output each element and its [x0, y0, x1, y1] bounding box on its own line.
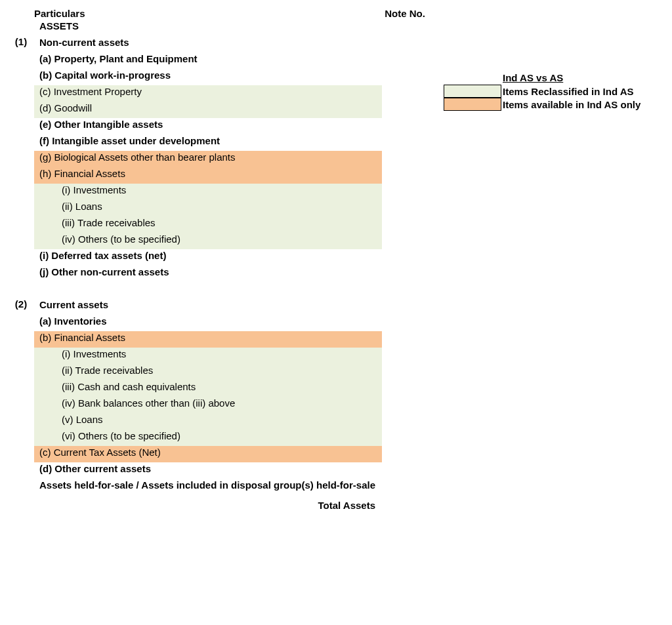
note-cell [382, 52, 428, 69]
table-row: (i) Investments [34, 348, 382, 364]
note-cell [382, 20, 428, 36]
note-cell [382, 315, 428, 331]
note-cell [382, 364, 428, 380]
table-row: (iii) Cash and cash equivalents [34, 380, 382, 397]
note-cell [382, 216, 428, 233]
row-index [8, 102, 34, 118]
row-index [8, 167, 34, 184]
table-row: (v) Loans [34, 413, 382, 430]
table-row: (f) Intangible asset under development [34, 134, 382, 151]
row-index [8, 413, 34, 430]
row-index [8, 249, 34, 266]
row-index: (2) [8, 298, 34, 315]
table-row: (d) Other current assets [34, 462, 382, 479]
assets-table: ParticularsNote No.ASSETS(1)Non-current … [8, 8, 428, 516]
legend: Ind AS vs AS Items Reclassified in Ind A… [444, 72, 640, 111]
table-row: Assets held-for-sale / Assets included i… [34, 479, 382, 495]
row-index [8, 85, 34, 102]
table-row: (iv) Others (to be specified) [34, 233, 382, 249]
header-particulars: Particulars [34, 8, 382, 20]
row-index [8, 462, 34, 479]
note-cell [382, 118, 428, 134]
row-index [8, 200, 34, 216]
legend-swatch [444, 85, 501, 98]
note-cell [382, 380, 428, 397]
note-cell [382, 36, 428, 52]
table-row: ASSETS [34, 20, 382, 36]
note-cell [382, 200, 428, 216]
table-row: (d) Goodwill [34, 102, 382, 118]
legend-label: Items available in Ind AS only [503, 99, 640, 110]
note-cell [382, 184, 428, 200]
row-index [8, 479, 34, 495]
row-index: (1) [8, 36, 34, 52]
table-row: (h) Financial Assets [34, 167, 382, 184]
row-index [8, 134, 34, 151]
table-row: (iii) Trade receivables [34, 216, 382, 233]
legend-swatch [444, 98, 501, 111]
note-cell [382, 331, 428, 348]
legend-label: Items Reclassified in Ind AS [503, 86, 634, 97]
row-index [8, 233, 34, 249]
table-row: Current assets [34, 298, 382, 315]
table-row: (e) Other Intangible assets [34, 118, 382, 134]
table-row: (b) Financial Assets [34, 331, 382, 348]
table-row: (a) Property, Plant and Equipment [34, 52, 382, 69]
table-row: (b) Capital work-in-progress [34, 69, 382, 85]
note-cell [382, 167, 428, 184]
row-index [8, 118, 34, 134]
row-index [8, 184, 34, 200]
legend-row: Items available in Ind AS only [444, 98, 640, 111]
note-cell [382, 69, 428, 85]
header-note: Note No. [382, 8, 428, 20]
note-cell [382, 430, 428, 446]
row-index [8, 430, 34, 446]
row-index [8, 331, 34, 348]
row-index [8, 348, 34, 364]
row-index [8, 216, 34, 233]
table-row: (i) Deferred tax assets (net) [34, 249, 382, 266]
legend-row: Items Reclassified in Ind AS [444, 85, 640, 98]
row-index [8, 364, 34, 380]
row-index [8, 380, 34, 397]
table-row: (ii) Trade receivables [34, 364, 382, 380]
note-cell [382, 462, 428, 479]
table-row: (j) Other non-current assets [34, 266, 382, 282]
note-cell [382, 397, 428, 413]
table-row: (a) Inventories [34, 315, 382, 331]
table-row: (c) Investment Property [34, 85, 382, 102]
note-cell [382, 249, 428, 266]
table-row: (vi) Others (to be specified) [34, 430, 382, 446]
note-cell [382, 102, 428, 118]
row-index [8, 151, 34, 167]
table-row: (iv) Bank balances other than (iii) abov… [34, 397, 382, 413]
table-row: (g) Biological Assets other than bearer … [34, 151, 382, 167]
row-index [8, 266, 34, 282]
note-cell [382, 151, 428, 167]
row-index [8, 315, 34, 331]
note-cell [382, 479, 428, 495]
row-index [8, 446, 34, 462]
note-cell [382, 446, 428, 462]
row-index [8, 69, 34, 85]
table-row: (i) Investments [34, 184, 382, 200]
table-row: Non-current assets [34, 36, 382, 52]
legend-title: Ind AS vs AS [444, 72, 640, 83]
table-row: (ii) Loans [34, 200, 382, 216]
note-cell [382, 85, 428, 102]
row-index [8, 397, 34, 413]
blank-row [34, 282, 382, 298]
row-index [8, 52, 34, 69]
total-row: Total Assets [34, 495, 382, 516]
note-cell [382, 233, 428, 249]
row-index [8, 20, 34, 36]
table-row: (c) Current Tax Assets (Net) [34, 446, 382, 462]
note-cell [382, 134, 428, 151]
note-cell [382, 348, 428, 364]
note-cell [382, 298, 428, 315]
note-cell [382, 266, 428, 282]
note-cell [382, 413, 428, 430]
